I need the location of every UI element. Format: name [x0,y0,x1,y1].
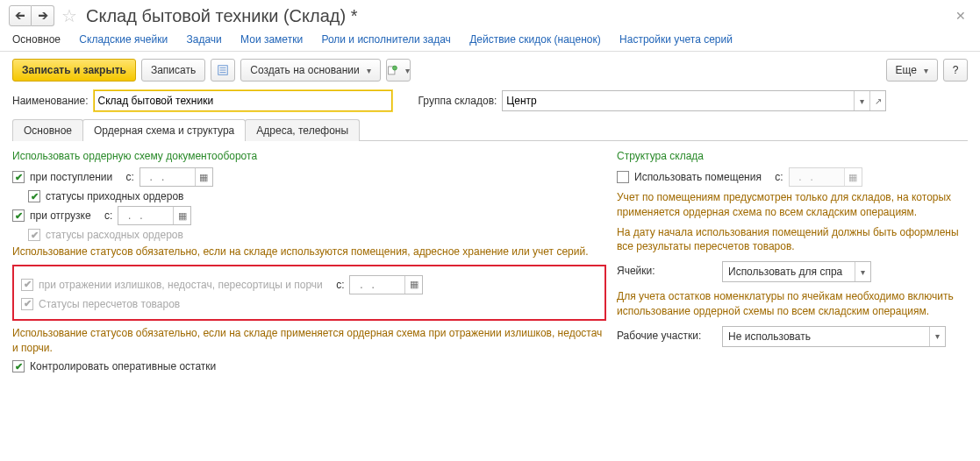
paperclip-icon [387,64,398,76]
name-label: Наименование: [12,95,89,107]
tab-addresses[interactable]: Адреса, телефоны [245,119,360,141]
lbl-on-shipment: при отгрузке [30,209,91,222]
close-icon[interactable]: ✕ [950,9,971,23]
chk-status-incoming[interactable] [28,190,40,202]
link-discounts[interactable]: Действие скидок (наценок) [469,33,601,46]
date-surplus-input[interactable] [350,276,404,294]
dropdown-icon[interactable]: ▾ [854,91,869,110]
calendar-icon[interactable]: ▦ [404,276,422,294]
list-icon [217,64,229,76]
lbl-since-2: с: [104,209,112,222]
nav-forward-button[interactable]: 🡪 [32,5,54,26]
note-statuses-1: Использование статусов обязательно, если… [12,245,606,259]
chk-status-outgoing [28,229,40,241]
highlighted-section: при отражении излишков, недостач, пересо… [12,265,606,321]
nav-back-button[interactable]: 🡨 [9,5,32,26]
left-group-title: Использовать ордерную схему документообо… [12,150,606,162]
link-roles[interactable]: Роли и исполнители задач [321,33,450,46]
link-notes[interactable]: Мои заметки [240,33,303,46]
lbl-status-outgoing: статусы расходных ордеров [46,229,183,241]
lbl-on-receipt: при поступлении [30,171,112,183]
link-cells[interactable]: Складские ячейки [79,33,168,46]
tab-main[interactable]: Основное [12,119,83,141]
lbl-since-rooms: с: [775,171,783,183]
open-icon[interactable]: ↗ [869,91,885,110]
link-series[interactable]: Настройки учета серий [619,33,733,46]
chk-on-receipt[interactable] [12,171,25,183]
note-rooms-1: Учет по помещениям предусмотрен только д… [617,190,968,220]
chevron-down-icon[interactable]: ▾ [929,327,945,346]
page-title: Склад бытовой техники (Склад) * [86,6,357,26]
lbl-control-balance: Контролировать оперативные остатки [30,360,216,372]
group-selector[interactable]: ▾ ↗ [502,90,886,111]
favorite-star-icon[interactable]: ☆ [61,5,77,26]
attach-button[interactable] [386,59,411,82]
date-rooms-input [790,168,844,186]
create-based-on-button[interactable]: Создать на основании [240,59,381,82]
list-icon-button[interactable] [211,59,235,82]
note-cells: Для учета остатков номенклатуры по ячейк… [617,289,968,319]
help-button[interactable]: ? [943,59,968,82]
svg-point-5 [392,66,397,70]
lbl-on-surplus: при отражении излишков, недостач, пересо… [39,279,323,291]
link-main[interactable]: Основное [12,33,61,46]
date-receipt[interactable]: ▦ [139,167,213,187]
areas-select[interactable]: Не использовать ▾ [722,326,946,347]
lbl-use-rooms: Использовать помещения [634,171,762,183]
group-label: Группа складов: [418,95,497,107]
lbl-since-1: с: [126,171,134,183]
chk-control-balance[interactable] [12,360,25,372]
lbl-status-recount: Статусы пересчетов товаров [39,298,180,310]
chk-on-shipment[interactable] [12,209,25,222]
group-input[interactable] [503,91,854,110]
cells-value: Использовать для спра [723,262,855,281]
areas-value: Не использовать [723,327,929,346]
lbl-status-incoming: статусы приходных ордеров [46,190,183,202]
calendar-icon[interactable]: ▦ [173,207,190,224]
date-shipment[interactable]: ▦ [118,206,191,225]
date-surplus[interactable]: ▦ [349,275,423,294]
note-rooms-2: На дату начала использования помещений д… [617,225,968,255]
name-input[interactable] [94,90,392,111]
date-rooms: ▦ [789,167,862,187]
section-links: Основное Складские ячейки Задачи Мои зам… [0,30,980,52]
calendar-icon: ▦ [844,168,862,186]
tab-order-scheme[interactable]: Ордерная схема и структура [82,119,246,141]
more-button[interactable]: Еще [886,59,938,82]
save-button[interactable]: Записать [141,59,205,82]
chevron-down-icon[interactable]: ▾ [855,262,870,281]
areas-label: Рабочие участки: [617,326,713,342]
link-tasks[interactable]: Задачи [186,33,221,46]
cells-label: Ячейки: [617,261,713,277]
calendar-icon[interactable]: ▦ [195,168,212,186]
date-shipment-input[interactable] [118,207,173,224]
chk-on-surplus [21,279,33,291]
date-receipt-input[interactable] [140,168,195,186]
chk-use-rooms[interactable] [617,171,629,183]
right-group-title: Структура склада [617,150,968,162]
lbl-since-3: с: [336,279,344,291]
save-and-close-button[interactable]: Записать и закрыть [12,59,136,82]
note-statuses-2: Использование статусов обязательно, если… [12,326,606,356]
cells-select[interactable]: Использовать для спра ▾ [722,261,871,282]
chk-status-recount [21,298,33,310]
